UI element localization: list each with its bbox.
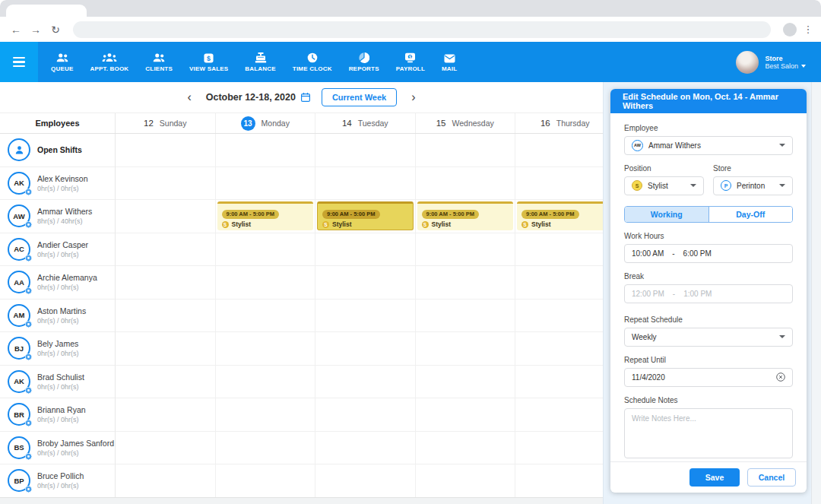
schedule-cell[interactable] [416,366,516,399]
url-bar[interactable] [73,21,771,38]
employee-cell[interactable]: BSBroby James Sanford0hr(s) / 0hr(s) [0,432,116,465]
schedule-cell[interactable] [315,134,416,167]
nav-mail[interactable]: MAIL [433,42,465,82]
schedule-notes-input[interactable] [624,408,793,458]
schedule-cell[interactable] [515,464,616,498]
store-switcher[interactable]: Store Best Salon [736,42,821,82]
schedule-cell[interactable] [515,366,616,399]
schedule-cell[interactable] [216,332,316,366]
browser-menu-icon[interactable]: ⋮ [803,24,813,35]
schedule-cell[interactable] [515,233,616,267]
vertical-scrollbar[interactable] [811,82,821,504]
schedule-cell[interactable] [416,134,516,167]
store-select[interactable]: P Perinton [713,176,793,195]
shift-event-card[interactable]: 9:00 AM - 5:00 PMSStylistPerinton [217,201,314,230]
schedule-cell[interactable] [315,366,416,399]
next-week-icon[interactable]: › [408,91,418,103]
schedule-cell[interactable] [116,300,216,333]
employee-cell[interactable]: AKAlex Kevinson0hr(s) / 0hr(s) [0,167,116,201]
repeat-schedule-select[interactable]: Weekly [624,328,793,347]
schedule-cell[interactable] [515,300,616,333]
nav-view-sales[interactable]: $VIEW SALES [181,42,236,82]
employee-cell[interactable]: AKBrad Schulist0hr(s) / 0hr(s) [0,366,116,399]
schedule-cell[interactable] [116,398,216,432]
schedule-cell[interactable] [315,432,416,465]
schedule-cell[interactable] [315,332,416,366]
schedule-cell[interactable]: 9:00 AM - 5:00 PMSStylistPerinton [416,200,516,233]
schedule-cell[interactable] [116,134,216,167]
schedule-cell[interactable] [216,134,316,167]
schedule-cell[interactable] [315,464,416,498]
date-range[interactable]: October 12-18, 2020 [206,92,310,103]
schedule-cell[interactable] [216,432,316,465]
browser-tab[interactable] [6,5,87,17]
work-hours-input[interactable]: 10:00 AM - 6:00 PM [624,244,793,263]
employee-cell[interactable]: BPBruce Pollich0hr(s) / 0hr(s) [0,464,116,498]
horizontal-scrollbar[interactable] [0,497,603,504]
employee-cell[interactable]: ACAndier Casper0hr(s) / 0hr(s) [0,233,116,267]
browser-profile-avatar[interactable] [783,23,797,36]
gear-icon[interactable] [25,420,32,426]
nav-payroll[interactable]: $PAYROLL [388,42,433,82]
schedule-cell[interactable] [116,266,216,300]
break-input[interactable]: 12:00 PM - 1:00 PM [624,284,793,303]
schedule-cell[interactable] [116,200,216,233]
schedule-cell[interactable] [416,432,516,465]
schedule-cell[interactable] [416,332,516,366]
schedule-cell[interactable] [315,167,416,201]
schedule-cell[interactable] [216,167,316,201]
gear-icon[interactable] [25,321,32,328]
schedule-cell[interactable] [216,366,316,399]
schedule-cell[interactable] [515,398,616,432]
position-select[interactable]: S Stylist [624,176,704,195]
back-icon[interactable]: ← [8,22,24,37]
gear-icon[interactable] [25,189,32,195]
save-button[interactable]: Save [689,468,740,487]
gear-icon[interactable] [25,287,32,294]
schedule-cell[interactable] [315,300,416,333]
shift-event-card[interactable]: 9:00 AM - 5:00 PMSStylistPerinton [417,201,514,230]
shift-event-card[interactable]: 9:00 AM - 5:00 PMSStylistPerinton [317,201,414,230]
clear-icon[interactable] [776,372,785,382]
forward-icon[interactable]: → [27,22,44,37]
gear-icon[interactable] [25,255,32,262]
schedule-cell[interactable] [416,167,516,201]
gear-icon[interactable] [25,486,32,493]
nav-appt-book[interactable]: APPT. BOOK [81,42,137,82]
cancel-button[interactable]: Cancel [747,468,796,487]
tab-working[interactable]: Working [625,207,709,222]
gear-icon[interactable] [25,353,32,360]
nav-time-clock[interactable]: TIME CLOCK [284,42,341,82]
schedule-cell[interactable] [216,398,316,432]
schedule-cell[interactable] [116,233,216,267]
schedule-cell[interactable] [416,266,516,300]
employee-cell[interactable]: BRBrianna Ryan0hr(s) / 0hr(s) [0,398,116,432]
schedule-cell[interactable] [216,266,316,300]
nav-reports[interactable]: REPORTS [341,42,388,82]
current-week-button[interactable]: Current Week [322,88,397,106]
employee-cell[interactable]: BJBely James0hr(s) / 0hr(s) [0,332,116,366]
employee-cell[interactable]: AMAston Martins0hr(s) / 0hr(s) [0,300,116,333]
schedule-cell[interactable] [515,266,616,300]
schedule-cell[interactable]: 9:00 AM - 5:00 PMSStylistPerinton [515,200,616,233]
schedule-cell[interactable] [216,464,316,498]
schedule-cell[interactable] [216,300,316,333]
schedule-cell[interactable] [315,266,416,300]
schedule-cell[interactable] [315,233,416,267]
nav-balance[interactable]: BALANCE [236,42,284,82]
gear-icon[interactable] [25,221,32,228]
schedule-cell[interactable] [416,398,516,432]
schedule-cell[interactable] [116,167,216,201]
employee-cell[interactable]: Open Shifts [0,134,116,167]
nav-clients[interactable]: CLIENTS [137,42,181,82]
schedule-cell[interactable] [515,432,616,465]
schedule-cell[interactable] [515,134,616,167]
schedule-cell[interactable] [515,167,616,201]
schedule-cell[interactable] [416,233,516,267]
tab-dayoff[interactable]: Day-Off [709,207,793,222]
gear-icon[interactable] [25,387,32,394]
schedule-cell[interactable] [515,332,616,366]
schedule-cell[interactable] [116,332,216,366]
schedule-cell[interactable]: 9:00 AM - 5:00 PMSStylistPerinton [315,200,416,233]
employee-cell[interactable]: AAArchie Alemanya0hr(s) / 0hr(s) [0,266,116,300]
